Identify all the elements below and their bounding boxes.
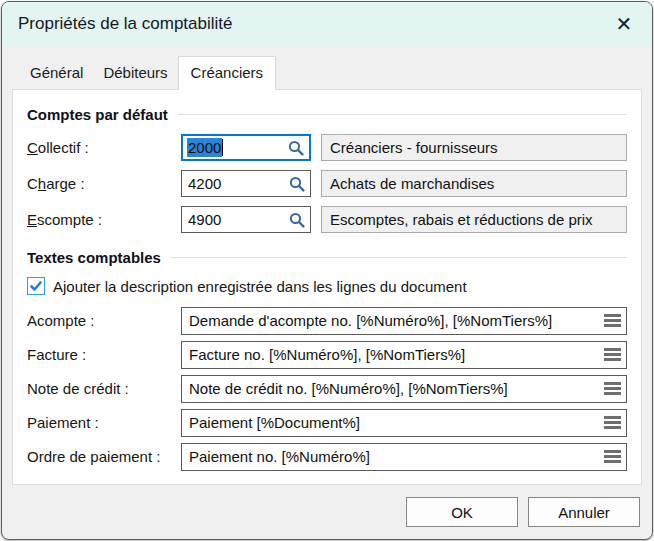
search-icon[interactable] (288, 140, 304, 156)
charge-description: Achats de marchandises (321, 170, 627, 197)
facture-text-input[interactable] (181, 341, 627, 369)
tab-creanciers[interactable]: Créanciers (178, 56, 277, 90)
label-note-de-credit: Note de crédit : (27, 380, 181, 397)
note-de-credit-text-input[interactable] (181, 375, 627, 403)
text-caret (222, 139, 223, 156)
footer: OK Annuler (2, 485, 652, 539)
close-icon: ✕ (616, 14, 633, 34)
row-acompte: Acompte : (27, 307, 627, 334)
escompte-description: Escomptes, rabais et réductions de prix (321, 206, 627, 233)
menu-lines-icon[interactable] (604, 348, 621, 361)
menu-lines-icon[interactable] (604, 382, 621, 395)
section-comptes-par-defaut: Comptes par défaut (27, 104, 627, 124)
cancel-button[interactable]: Annuler (528, 497, 640, 527)
row-escompte: Escompte : Escomptes, rabais et réductio… (27, 206, 627, 233)
label-ordre-de-paiement: Ordre de paiement : (27, 448, 181, 465)
ok-button[interactable]: OK (406, 497, 518, 527)
title-bar: Propriétés de la comptabilité ✕ (2, 2, 652, 46)
row-paiement: Paiement : (27, 409, 627, 436)
add-description-checkbox[interactable] (27, 277, 45, 295)
note-de-credit-text-value[interactable] (182, 380, 604, 397)
acompte-text-input[interactable] (181, 307, 627, 335)
row-note-de-credit: Note de crédit : (27, 375, 627, 402)
row-add-description: Ajouter la description enregistrée dans … (27, 275, 627, 297)
menu-lines-icon[interactable] (604, 450, 621, 463)
charge-account-input[interactable] (181, 170, 311, 197)
facture-text-value[interactable] (182, 346, 604, 363)
acompte-text-value[interactable] (182, 312, 604, 329)
section-heading: Comptes par défaut (27, 106, 168, 123)
escompte-account-value[interactable] (182, 211, 289, 228)
escompte-account-input[interactable] (181, 206, 311, 233)
properties-dialog: Propriétés de la comptabilité ✕ Général … (1, 1, 653, 540)
ordre-de-paiement-text-input[interactable] (181, 443, 627, 471)
charge-account-value[interactable] (182, 175, 289, 192)
menu-lines-icon[interactable] (604, 416, 621, 429)
label-collectif: Collectif : (27, 139, 181, 156)
collectif-description: Créanciers - fournisseurs (321, 134, 627, 161)
row-collectif: Collectif : 2000 Créanciers - fournisseu… (27, 134, 627, 161)
section-divider (178, 114, 627, 115)
section-textes-comptables: Textes comptables (27, 247, 627, 267)
selected-account-number: 2000 (187, 138, 222, 157)
search-icon[interactable] (289, 176, 305, 192)
row-facture: Facture : (27, 341, 627, 368)
row-charge: Charge : Achats de marchandises (27, 170, 627, 197)
section-divider (171, 257, 627, 258)
collectif-account-input[interactable]: 2000 (181, 134, 311, 161)
dialog-title: Propriétés de la comptabilité (18, 14, 604, 34)
row-ordre-de-paiement: Ordre de paiement : (27, 443, 627, 470)
menu-lines-icon[interactable] (604, 314, 621, 327)
tab-strip: Général Débiteurs Créanciers (20, 56, 652, 89)
ordre-de-paiement-text-value[interactable] (182, 448, 604, 465)
close-button[interactable]: ✕ (604, 7, 644, 41)
label-facture: Facture : (27, 346, 181, 363)
tab-debiteurs[interactable]: Débiteurs (93, 58, 177, 89)
checkmark-icon (29, 279, 43, 293)
checkbox-label: Ajouter la description enregistrée dans … (53, 278, 467, 295)
paiement-text-value[interactable] (182, 414, 604, 431)
label-charge: Charge : (27, 175, 181, 192)
label-escompte: Escompte : (27, 211, 181, 228)
section-heading: Textes comptables (27, 249, 161, 266)
paiement-text-input[interactable] (181, 409, 627, 437)
tab-page-creanciers: Comptes par défaut Collectif : 2000 Créa… (12, 89, 642, 485)
label-acompte: Acompte : (27, 312, 181, 329)
tab-general[interactable]: Général (20, 58, 93, 89)
search-icon[interactable] (289, 212, 305, 228)
label-paiement: Paiement : (27, 414, 181, 431)
